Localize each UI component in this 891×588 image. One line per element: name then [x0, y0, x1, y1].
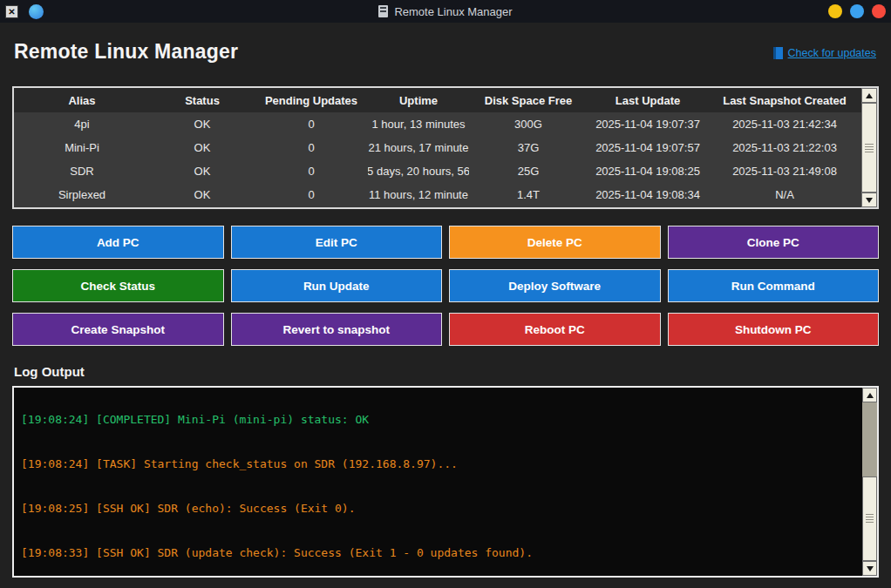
scroll-up-button[interactable]: [862, 388, 877, 402]
run-command-button[interactable]: Run Command: [668, 269, 880, 302]
cell-status: OK: [150, 112, 255, 136]
log-line: [19:08:33] [SSH OK] SDR (update check): …: [21, 545, 858, 560]
arrow-down-icon: [867, 566, 874, 571]
cell-status: OK: [150, 136, 255, 159]
cell-pending: 0: [255, 136, 368, 159]
create-snapshot-button[interactable]: Create Snapshot: [12, 313, 224, 346]
pc-table: Alias Status Pending Updates Uptime Disk…: [12, 86, 879, 209]
cell-uptime: 5 days, 20 hours, 56: [368, 159, 469, 183]
cell-lastupdate: 2025-11-04 19:07:37: [588, 112, 708, 136]
window-title-area: Remote Linux Manager: [378, 5, 512, 18]
scroll-up-button[interactable]: [861, 88, 877, 103]
column-header-lastsnapshot[interactable]: Last Snapshot Created: [708, 88, 861, 112]
cell-diskfree: 25G: [469, 159, 588, 183]
add-pc-button[interactable]: Add PC: [12, 226, 224, 259]
shutdown-pc-button[interactable]: Shutdown PC: [668, 313, 880, 346]
revert-to-snapshot-button[interactable]: Revert to snapshot: [231, 313, 443, 346]
cell-uptime: 11 hours, 12 minute: [368, 183, 469, 206]
table-row-4pi[interactable]: 4pi OK 0 1 hour, 13 minutes 300G 2025-11…: [14, 112, 861, 136]
scrollbar-grip-icon: [866, 514, 874, 524]
clone-pc-button[interactable]: Clone PC: [668, 226, 880, 259]
check-for-updates-link[interactable]: Check for updates: [773, 47, 876, 59]
edit-pc-button[interactable]: Edit PC: [231, 226, 443, 259]
cell-pending: 0: [255, 159, 368, 183]
cell-pending: 0: [255, 183, 368, 206]
log-scrollbar-thumb[interactable]: [862, 476, 877, 561]
arrow-up-icon: [867, 393, 874, 398]
minimize-button[interactable]: [828, 4, 842, 18]
cell-diskfree: 1.4T: [469, 183, 588, 206]
cell-alias: Mini-Pi: [14, 136, 150, 159]
log-line: [19:08:24] [TASK] Starting check_status …: [21, 456, 858, 471]
page-title: Remote Linux Manager: [14, 40, 238, 64]
cell-lastupdate: 2025-11-04 19:08:25: [588, 159, 708, 183]
cell-lastsnapshot: 2025-11-03 21:49:08: [708, 159, 861, 183]
cell-uptime: 1 hour, 13 minutes: [368, 112, 469, 136]
column-header-pending[interactable]: Pending Updates: [255, 88, 368, 112]
column-header-status[interactable]: Status: [150, 88, 255, 112]
log-scrollbar[interactable]: [862, 388, 877, 576]
scroll-down-button[interactable]: [861, 193, 877, 207]
column-header-alias[interactable]: Alias: [14, 88, 150, 112]
cell-diskfree: 37G: [469, 136, 588, 159]
log-output-label: Log Output: [14, 364, 85, 379]
log-line: [19:08:25] [SSH OK] SDR (echo): Success …: [21, 501, 858, 516]
check-for-updates-label: Check for updates: [788, 47, 876, 59]
cell-status: OK: [150, 159, 255, 183]
column-header-uptime[interactable]: Uptime: [368, 88, 469, 112]
table-row-mini-pi[interactable]: Mini-Pi OK 0 21 hours, 17 minute 37G 202…: [14, 136, 861, 159]
cell-diskfree: 300G: [469, 112, 588, 136]
log-lines: [19:08:24] [COMPLETED] Mini-Pi (mini-pi)…: [21, 386, 858, 578]
update-icon: [773, 47, 783, 59]
cell-lastupdate: 2025-11-04 19:08:34: [588, 183, 708, 206]
log-output-box: [19:08:24] [COMPLETED] Mini-Pi (mini-pi)…: [12, 386, 879, 578]
arrow-down-icon: [866, 198, 873, 203]
cell-lastsnapshot: 2025-11-03 21:22:03: [708, 136, 861, 159]
action-button-grid: Add PC Edit PC Delete PC Clone PC Check …: [12, 226, 879, 346]
window-controls: [828, 4, 886, 18]
table-scrollbar-thumb[interactable]: [861, 103, 877, 193]
column-header-diskfree[interactable]: Disk Space Free: [469, 88, 588, 112]
table-scrollbar[interactable]: [861, 88, 877, 207]
table-row-sdr[interactable]: SDR OK 0 5 days, 20 hours, 56 25G 2025-1…: [14, 159, 861, 183]
window-title: Remote Linux Manager: [394, 5, 512, 18]
cell-lastsnapshot: N/A: [708, 183, 861, 206]
log-line: [19:08:24] [COMPLETED] Mini-Pi (mini-pi)…: [21, 412, 858, 427]
deploy-software-button[interactable]: Deploy Software: [449, 269, 661, 302]
cell-lastsnapshot: 2025-11-03 21:42:34: [708, 112, 861, 136]
cell-uptime: 21 hours, 17 minute: [368, 136, 469, 159]
x11-tray-icon[interactable]: ✕: [5, 5, 18, 18]
scroll-down-button[interactable]: [862, 561, 877, 576]
maximize-button[interactable]: [850, 4, 864, 18]
cell-alias: SDR: [14, 159, 150, 183]
cell-status: OK: [150, 183, 255, 206]
cell-alias: Sirplexed: [14, 183, 150, 206]
cell-alias: 4pi: [14, 112, 150, 136]
run-update-button[interactable]: Run Update: [231, 269, 443, 302]
tray-icons: ✕: [5, 4, 44, 19]
app-tray-icon[interactable]: [29, 4, 44, 19]
table-header-row: Alias Status Pending Updates Uptime Disk…: [14, 88, 861, 112]
arrow-up-icon: [866, 93, 873, 98]
check-status-button[interactable]: Check Status: [12, 269, 224, 302]
table-row-sirplexed[interactable]: Sirplexed OK 0 11 hours, 12 minute 1.4T …: [14, 183, 861, 206]
window-app-icon: [378, 5, 388, 17]
delete-pc-button[interactable]: Delete PC: [449, 226, 661, 259]
close-button[interactable]: [872, 4, 886, 18]
cell-pending: 0: [255, 112, 368, 136]
titlebar: ✕ Remote Linux Manager: [0, 0, 891, 23]
cell-lastupdate: 2025-11-04 19:07:57: [588, 136, 708, 159]
reboot-pc-button[interactable]: Reboot PC: [449, 313, 661, 346]
scrollbar-grip-icon: [865, 144, 874, 153]
column-header-lastupdate[interactable]: Last Update: [588, 88, 708, 112]
